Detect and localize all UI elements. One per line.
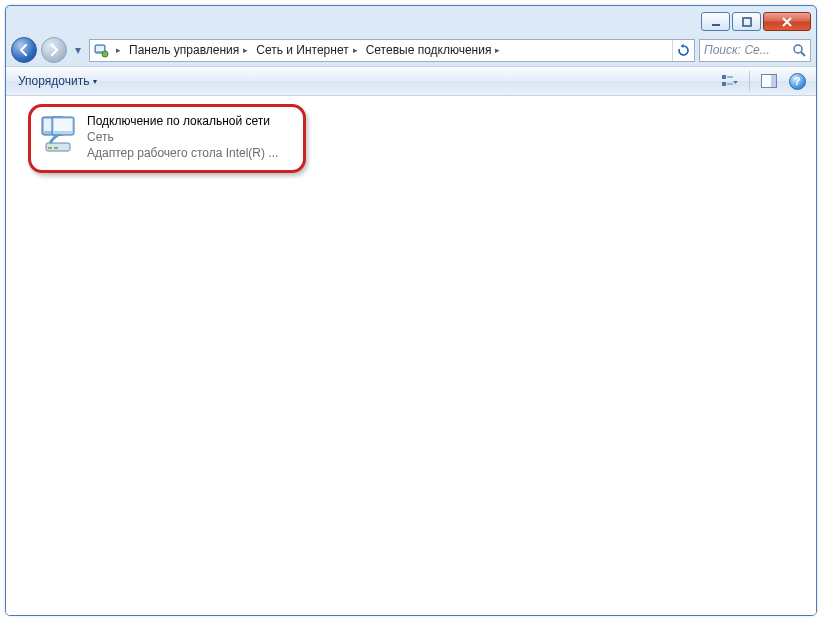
connection-title: Подключение по локальной сети — [87, 113, 278, 129]
view-tiles-icon — [722, 74, 739, 89]
svg-rect-0 — [712, 24, 720, 26]
maximize-button[interactable] — [732, 12, 761, 31]
chevron-down-icon: ▾ — [93, 77, 97, 86]
minimize-icon — [711, 17, 721, 27]
breadcrumb-root-chevron[interactable]: ▸ — [112, 40, 125, 61]
chevron-right-icon: ▸ — [495, 45, 500, 55]
titlebar[interactable] — [6, 6, 816, 34]
navbar: ▾ ▸ Панель управления ▸ Сеть и Интернет … — [6, 34, 816, 66]
maximize-icon — [742, 17, 752, 27]
lan-connection-icon — [37, 115, 79, 162]
organize-button[interactable]: Упорядочить ▾ — [14, 72, 101, 90]
connection-details: Подключение по локальной сети Сеть Адапт… — [87, 113, 278, 162]
preview-pane-button[interactable] — [758, 70, 780, 92]
svg-rect-12 — [771, 75, 776, 87]
svg-rect-3 — [96, 46, 104, 51]
connection-status: Сеть — [87, 129, 278, 145]
breadcrumb-item-network-internet[interactable]: Сеть и Интернет ▸ — [252, 40, 361, 61]
refresh-button[interactable] — [672, 40, 694, 61]
location-icon — [90, 40, 112, 61]
svg-line-6 — [801, 52, 805, 56]
network-folder-icon — [93, 42, 109, 58]
help-button[interactable]: ? — [786, 70, 808, 92]
help-icon: ? — [789, 73, 806, 90]
refresh-icon — [677, 44, 690, 57]
toolbar: Упорядочить ▾ ? — [6, 66, 816, 96]
svg-rect-16 — [54, 119, 72, 131]
svg-point-4 — [102, 51, 108, 57]
explorer-window: ▾ ▸ Панель управления ▸ Сеть и Интернет … — [5, 5, 817, 616]
forward-button[interactable] — [41, 37, 67, 63]
organize-label: Упорядочить — [18, 74, 89, 88]
svg-rect-19 — [54, 147, 58, 149]
search-input[interactable]: Поиск: Се... — [699, 39, 811, 62]
breadcrumb-item-control-panel[interactable]: Панель управления ▸ — [125, 40, 252, 61]
svg-rect-8 — [727, 76, 733, 78]
svg-point-5 — [794, 45, 802, 53]
connection-device: Адаптер рабочего стола Intel(R) ... — [87, 145, 278, 161]
divider — [749, 71, 750, 91]
svg-rect-7 — [722, 75, 726, 79]
breadcrumb[interactable]: ▸ Панель управления ▸ Сеть и Интернет ▸ … — [89, 39, 695, 62]
minimize-button[interactable] — [701, 12, 730, 31]
arrow-right-icon — [47, 43, 61, 57]
network-connection-item[interactable]: Подключение по локальной сети Сеть Адапт… — [28, 104, 306, 173]
close-icon — [781, 17, 793, 27]
chevron-right-icon: ▸ — [116, 45, 121, 55]
breadcrumb-label: Сеть и Интернет — [256, 43, 348, 57]
breadcrumb-item-network-connections[interactable]: Сетевые подключения ▸ — [362, 40, 505, 61]
chevron-down-icon: ▾ — [75, 43, 81, 57]
view-options-button[interactable] — [719, 70, 741, 92]
svg-rect-18 — [48, 147, 52, 149]
svg-rect-1 — [743, 18, 751, 26]
preview-pane-icon — [761, 74, 777, 88]
svg-rect-10 — [727, 83, 733, 85]
history-dropdown-button[interactable]: ▾ — [71, 40, 85, 60]
content-area[interactable]: Подключение по локальной сети Сеть Адапт… — [6, 96, 816, 615]
search-placeholder: Поиск: Се... — [704, 43, 789, 57]
breadcrumb-label: Сетевые подключения — [366, 43, 492, 57]
arrow-left-icon — [17, 43, 31, 57]
back-button[interactable] — [11, 37, 37, 63]
close-button[interactable] — [763, 12, 811, 31]
svg-rect-9 — [722, 82, 726, 86]
chevron-right-icon: ▸ — [243, 45, 248, 55]
search-icon — [793, 44, 806, 57]
chevron-right-icon: ▸ — [353, 45, 358, 55]
breadcrumb-label: Панель управления — [129, 43, 239, 57]
